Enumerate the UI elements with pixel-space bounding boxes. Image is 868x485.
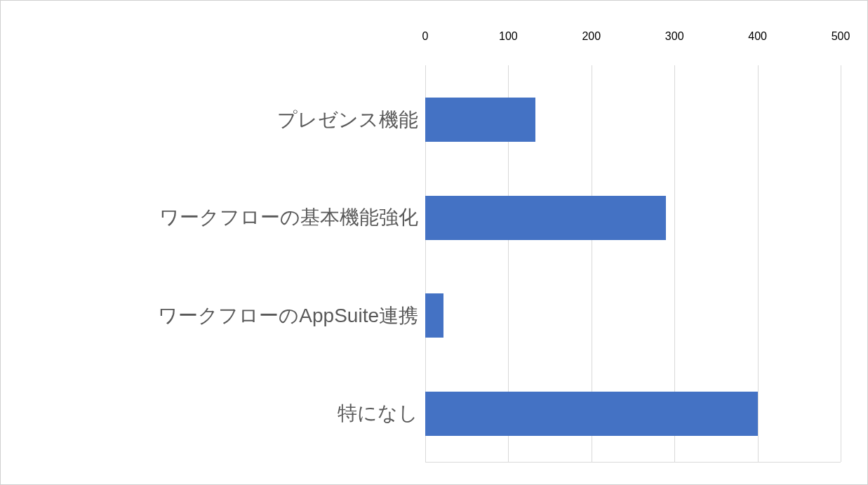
bar-chart: 0100200300400500 プレゼンス機能ワークフローの基本機能強化ワーク…: [0, 0, 868, 485]
gridline: [841, 71, 841, 462]
bar: [425, 392, 758, 436]
bar: [425, 293, 443, 338]
bar-row: [425, 196, 666, 240]
category-label: ワークフローの基本機能強化: [159, 204, 418, 231]
tick-mark: [592, 65, 592, 71]
tick-mark: [674, 65, 675, 71]
category-label: プレゼンス機能: [277, 107, 418, 133]
tick-mark: [841, 65, 841, 71]
bar-row: [425, 392, 758, 436]
x-tick-label: 100: [499, 30, 518, 43]
bar-row: [425, 293, 443, 338]
tick-mark: [508, 65, 509, 71]
category-label: 特になし: [338, 400, 418, 427]
category-label: ワークフローのAppSuite連携: [158, 303, 418, 329]
bar: [425, 98, 535, 142]
plot-area: [425, 71, 841, 463]
x-tick-label: 400: [748, 30, 767, 43]
tick-mark: [758, 65, 759, 71]
bar: [425, 196, 666, 240]
x-tick-label: 300: [665, 30, 684, 43]
bar-row: [425, 98, 535, 142]
x-tick-label: 200: [582, 30, 601, 43]
x-tick-label: 0: [422, 30, 429, 43]
gridline: [758, 71, 759, 462]
x-tick-label: 500: [832, 30, 850, 43]
tick-mark: [425, 65, 426, 71]
